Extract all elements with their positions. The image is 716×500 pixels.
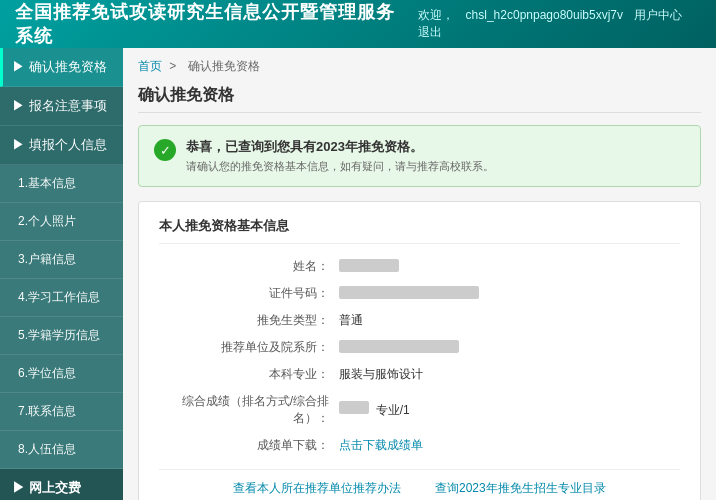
value-name [339, 259, 399, 275]
label-id: 证件号码： [159, 285, 339, 302]
info-row-name: 姓名： [159, 258, 680, 275]
sidebar-item-edu-history[interactable]: 5.学籍学历信息 [0, 317, 123, 355]
arrow-icon: ▶ [12, 480, 29, 495]
arrow-icon: ▶ [12, 98, 29, 113]
content-area: 首页 > 确认推免资格 确认推免资格 ✓ 恭喜，已查询到您具有2023年推免资格… [123, 48, 716, 500]
success-sub-text: 请确认您的推免资格基本信息，如有疑问，请与推荐高校联系。 [186, 159, 494, 174]
arrow-icon: ▶ [12, 137, 29, 152]
label-score: 综合成绩（排名方式/综合排名）： [159, 393, 339, 427]
info-card: 本人推免资格基本信息 姓名： 证件号码： 推免生类型： 普通 [138, 201, 701, 500]
sidebar-item-fill-info[interactable]: ▶ 填报个人信息 [0, 126, 123, 165]
value-unit [339, 340, 459, 356]
value-type: 普通 [339, 312, 363, 329]
success-main-text: 恭喜，已查询到您具有2023年推免资格。 [186, 138, 494, 156]
label-major: 本科专业： [159, 366, 339, 383]
value-id [339, 286, 479, 302]
sidebar-item-photo[interactable]: 2.个人照片 [0, 203, 123, 241]
info-row-type: 推免生类型： 普通 [159, 312, 680, 329]
header: 全国推荐免试攻读研究生信息公开暨管理服务系统 欢迎， chsl_h2c0pnpa… [0, 0, 716, 48]
label-download: 成绩单下载： [159, 437, 339, 454]
sidebar: ▶ 确认推免资格 ▶ 报名注意事项 ▶ 填报个人信息 1.基本信息 2.个人照片… [0, 48, 123, 500]
logout-link[interactable]: 退出 [418, 25, 442, 39]
label-name: 姓名： [159, 258, 339, 275]
info-row-major: 本科专业： 服装与服饰设计 [159, 366, 680, 383]
card-links: 查看本人所在推荐单位推荐办法 查询2023年推免生招生专业目录 [159, 469, 680, 497]
sidebar-item-degree[interactable]: 6.学位信息 [0, 355, 123, 393]
specialty-catalog-link[interactable]: 查询2023年推免生招生专业目录 [435, 481, 606, 495]
breadcrumb-current: 确认推免资格 [188, 59, 260, 73]
sidebar-item-confirm-qualification[interactable]: ▶ 确认推免资格 [0, 48, 123, 87]
welcome-text: 欢迎， [418, 8, 454, 22]
success-text-container: 恭喜，已查询到您具有2023年推免资格。 请确认您的推免资格基本信息，如有疑问，… [186, 138, 494, 174]
info-row-download: 成绩单下载： 点击下载成绩单 [159, 437, 680, 454]
recommendation-method-link[interactable]: 查看本人所在推荐单位推荐办法 [233, 481, 401, 495]
site-title: 全国推荐免试攻读研究生信息公开暨管理服务系统 [15, 0, 410, 48]
sidebar-item-payment[interactable]: ▶ 网上交费 [0, 469, 123, 500]
user-center-link[interactable]: 用户中心 [634, 8, 682, 22]
arrow-icon: ▶ [12, 59, 29, 74]
value-major: 服装与服饰设计 [339, 366, 423, 383]
download-link[interactable]: 点击下载成绩单 [339, 438, 423, 452]
sidebar-item-household[interactable]: 3.户籍信息 [0, 241, 123, 279]
breadcrumb-sep: > [169, 59, 176, 73]
info-card-title: 本人推免资格基本信息 [159, 217, 680, 244]
success-notification: ✓ 恭喜，已查询到您具有2023年推免资格。 请确认您的推免资格基本信息，如有疑… [138, 125, 701, 187]
sidebar-item-basic-info[interactable]: 1.基本信息 [0, 165, 123, 203]
page-title: 确认推免资格 [138, 85, 701, 113]
label-type: 推免生类型： [159, 312, 339, 329]
value-score: 专业/1 [339, 401, 410, 419]
username-text: chsl_h2c0pnpago80uib5xvj7v [466, 8, 623, 22]
info-row-score: 综合成绩（排名方式/综合排名）： 专业/1 [159, 393, 680, 427]
breadcrumb-home[interactable]: 首页 [138, 59, 162, 73]
main-layout: ▶ 确认推免资格 ▶ 报名注意事项 ▶ 填报个人信息 1.基本信息 2.个人照片… [0, 48, 716, 500]
info-row-unit: 推荐单位及院系所： [159, 339, 680, 356]
breadcrumb: 首页 > 确认推免资格 [138, 58, 701, 75]
sidebar-item-notice[interactable]: ▶ 报名注意事项 [0, 87, 123, 126]
sidebar-item-contact[interactable]: 7.联系信息 [0, 393, 123, 431]
sidebar-item-military[interactable]: 8.人伍信息 [0, 431, 123, 469]
value-download: 点击下载成绩单 [339, 437, 423, 454]
success-icon: ✓ [154, 139, 176, 161]
header-user-info: 欢迎， chsl_h2c0pnpago80uib5xvj7v 用户中心 退出 [410, 7, 701, 41]
label-unit: 推荐单位及院系所： [159, 339, 339, 356]
sidebar-item-work-study[interactable]: 4.学习工作信息 [0, 279, 123, 317]
info-row-id: 证件号码： [159, 285, 680, 302]
